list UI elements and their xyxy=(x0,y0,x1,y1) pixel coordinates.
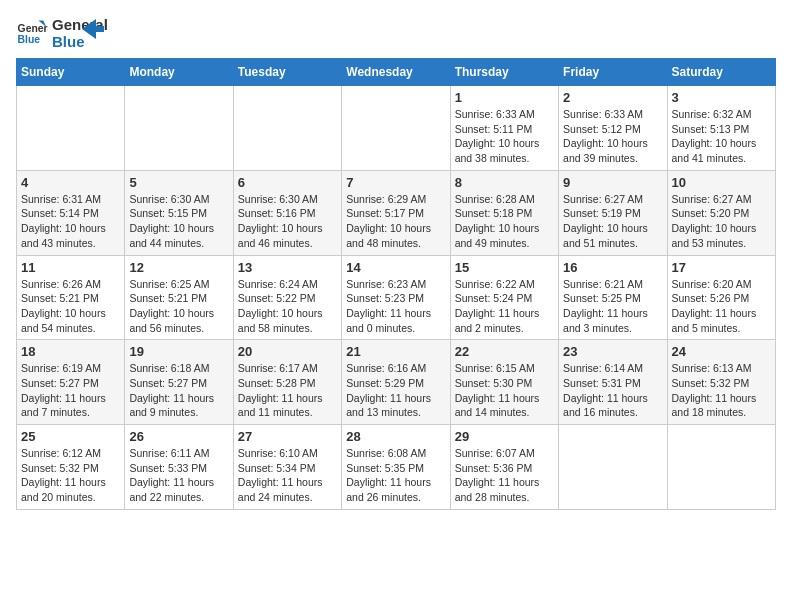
day-number: 13 xyxy=(238,260,337,275)
logo-arrow-icon xyxy=(82,19,104,39)
day-info: Sunrise: 6:11 AM Sunset: 5:33 PM Dayligh… xyxy=(129,446,228,505)
day-number: 16 xyxy=(563,260,662,275)
day-number: 12 xyxy=(129,260,228,275)
calendar-cell: 24Sunrise: 6:13 AM Sunset: 5:32 PM Dayli… xyxy=(667,340,775,425)
day-number: 1 xyxy=(455,90,554,105)
calendar-week-row: 1Sunrise: 6:33 AM Sunset: 5:11 PM Daylig… xyxy=(17,86,776,171)
calendar-cell: 7Sunrise: 6:29 AM Sunset: 5:17 PM Daylig… xyxy=(342,170,450,255)
day-number: 20 xyxy=(238,344,337,359)
day-info: Sunrise: 6:30 AM Sunset: 5:16 PM Dayligh… xyxy=(238,192,337,251)
day-number: 25 xyxy=(21,429,120,444)
calendar-cell: 21Sunrise: 6:16 AM Sunset: 5:29 PM Dayli… xyxy=(342,340,450,425)
day-number: 28 xyxy=(346,429,445,444)
day-info: Sunrise: 6:18 AM Sunset: 5:27 PM Dayligh… xyxy=(129,361,228,420)
calendar-cell: 12Sunrise: 6:25 AM Sunset: 5:21 PM Dayli… xyxy=(125,255,233,340)
day-number: 26 xyxy=(129,429,228,444)
calendar-cell xyxy=(125,86,233,171)
day-info: Sunrise: 6:15 AM Sunset: 5:30 PM Dayligh… xyxy=(455,361,554,420)
calendar-cell xyxy=(559,425,667,510)
day-info: Sunrise: 6:22 AM Sunset: 5:24 PM Dayligh… xyxy=(455,277,554,336)
calendar-header-sunday: Sunday xyxy=(17,59,125,86)
calendar-week-row: 11Sunrise: 6:26 AM Sunset: 5:21 PM Dayli… xyxy=(17,255,776,340)
calendar-cell: 15Sunrise: 6:22 AM Sunset: 5:24 PM Dayli… xyxy=(450,255,558,340)
svg-marker-3 xyxy=(82,19,104,39)
day-number: 21 xyxy=(346,344,445,359)
day-info: Sunrise: 6:25 AM Sunset: 5:21 PM Dayligh… xyxy=(129,277,228,336)
day-info: Sunrise: 6:07 AM Sunset: 5:36 PM Dayligh… xyxy=(455,446,554,505)
calendar-cell: 25Sunrise: 6:12 AM Sunset: 5:32 PM Dayli… xyxy=(17,425,125,510)
day-number: 7 xyxy=(346,175,445,190)
calendar-cell: 4Sunrise: 6:31 AM Sunset: 5:14 PM Daylig… xyxy=(17,170,125,255)
day-info: Sunrise: 6:29 AM Sunset: 5:17 PM Dayligh… xyxy=(346,192,445,251)
svg-text:Blue: Blue xyxy=(18,34,41,45)
day-info: Sunrise: 6:16 AM Sunset: 5:29 PM Dayligh… xyxy=(346,361,445,420)
calendar-header-thursday: Thursday xyxy=(450,59,558,86)
day-number: 9 xyxy=(563,175,662,190)
calendar-header-saturday: Saturday xyxy=(667,59,775,86)
day-number: 24 xyxy=(672,344,771,359)
calendar-cell: 10Sunrise: 6:27 AM Sunset: 5:20 PM Dayli… xyxy=(667,170,775,255)
day-info: Sunrise: 6:26 AM Sunset: 5:21 PM Dayligh… xyxy=(21,277,120,336)
day-info: Sunrise: 6:08 AM Sunset: 5:35 PM Dayligh… xyxy=(346,446,445,505)
day-info: Sunrise: 6:13 AM Sunset: 5:32 PM Dayligh… xyxy=(672,361,771,420)
calendar-cell: 23Sunrise: 6:14 AM Sunset: 5:31 PM Dayli… xyxy=(559,340,667,425)
day-number: 15 xyxy=(455,260,554,275)
logo: General Blue General Blue xyxy=(16,16,104,50)
calendar-cell: 16Sunrise: 6:21 AM Sunset: 5:25 PM Dayli… xyxy=(559,255,667,340)
calendar-cell: 20Sunrise: 6:17 AM Sunset: 5:28 PM Dayli… xyxy=(233,340,341,425)
calendar-cell xyxy=(667,425,775,510)
calendar-cell: 19Sunrise: 6:18 AM Sunset: 5:27 PM Dayli… xyxy=(125,340,233,425)
calendar-cell: 14Sunrise: 6:23 AM Sunset: 5:23 PM Dayli… xyxy=(342,255,450,340)
day-info: Sunrise: 6:27 AM Sunset: 5:20 PM Dayligh… xyxy=(672,192,771,251)
logo-icon: General Blue xyxy=(16,19,48,47)
calendar-cell xyxy=(17,86,125,171)
calendar-table: SundayMondayTuesdayWednesdayThursdayFrid… xyxy=(16,58,776,510)
calendar-cell: 28Sunrise: 6:08 AM Sunset: 5:35 PM Dayli… xyxy=(342,425,450,510)
day-number: 17 xyxy=(672,260,771,275)
day-number: 18 xyxy=(21,344,120,359)
day-info: Sunrise: 6:19 AM Sunset: 5:27 PM Dayligh… xyxy=(21,361,120,420)
calendar-cell: 27Sunrise: 6:10 AM Sunset: 5:34 PM Dayli… xyxy=(233,425,341,510)
day-info: Sunrise: 6:24 AM Sunset: 5:22 PM Dayligh… xyxy=(238,277,337,336)
calendar-cell: 9Sunrise: 6:27 AM Sunset: 5:19 PM Daylig… xyxy=(559,170,667,255)
day-number: 19 xyxy=(129,344,228,359)
calendar-header-tuesday: Tuesday xyxy=(233,59,341,86)
day-number: 2 xyxy=(563,90,662,105)
day-number: 11 xyxy=(21,260,120,275)
day-number: 5 xyxy=(129,175,228,190)
calendar-header-row: SundayMondayTuesdayWednesdayThursdayFrid… xyxy=(17,59,776,86)
day-number: 22 xyxy=(455,344,554,359)
day-info: Sunrise: 6:20 AM Sunset: 5:26 PM Dayligh… xyxy=(672,277,771,336)
day-info: Sunrise: 6:30 AM Sunset: 5:15 PM Dayligh… xyxy=(129,192,228,251)
calendar-cell: 8Sunrise: 6:28 AM Sunset: 5:18 PM Daylig… xyxy=(450,170,558,255)
calendar-cell: 26Sunrise: 6:11 AM Sunset: 5:33 PM Dayli… xyxy=(125,425,233,510)
day-info: Sunrise: 6:31 AM Sunset: 5:14 PM Dayligh… xyxy=(21,192,120,251)
calendar-cell: 2Sunrise: 6:33 AM Sunset: 5:12 PM Daylig… xyxy=(559,86,667,171)
day-number: 4 xyxy=(21,175,120,190)
calendar-cell: 3Sunrise: 6:32 AM Sunset: 5:13 PM Daylig… xyxy=(667,86,775,171)
day-info: Sunrise: 6:12 AM Sunset: 5:32 PM Dayligh… xyxy=(21,446,120,505)
day-info: Sunrise: 6:33 AM Sunset: 5:12 PM Dayligh… xyxy=(563,107,662,166)
calendar-cell: 13Sunrise: 6:24 AM Sunset: 5:22 PM Dayli… xyxy=(233,255,341,340)
calendar-cell: 29Sunrise: 6:07 AM Sunset: 5:36 PM Dayli… xyxy=(450,425,558,510)
calendar-cell: 5Sunrise: 6:30 AM Sunset: 5:15 PM Daylig… xyxy=(125,170,233,255)
day-number: 14 xyxy=(346,260,445,275)
day-number: 6 xyxy=(238,175,337,190)
day-number: 8 xyxy=(455,175,554,190)
day-number: 23 xyxy=(563,344,662,359)
day-info: Sunrise: 6:21 AM Sunset: 5:25 PM Dayligh… xyxy=(563,277,662,336)
day-info: Sunrise: 6:33 AM Sunset: 5:11 PM Dayligh… xyxy=(455,107,554,166)
calendar-cell: 11Sunrise: 6:26 AM Sunset: 5:21 PM Dayli… xyxy=(17,255,125,340)
calendar-header-friday: Friday xyxy=(559,59,667,86)
calendar-cell: 22Sunrise: 6:15 AM Sunset: 5:30 PM Dayli… xyxy=(450,340,558,425)
calendar-header-monday: Monday xyxy=(125,59,233,86)
calendar-cell: 1Sunrise: 6:33 AM Sunset: 5:11 PM Daylig… xyxy=(450,86,558,171)
day-info: Sunrise: 6:32 AM Sunset: 5:13 PM Dayligh… xyxy=(672,107,771,166)
day-info: Sunrise: 6:14 AM Sunset: 5:31 PM Dayligh… xyxy=(563,361,662,420)
calendar-cell: 6Sunrise: 6:30 AM Sunset: 5:16 PM Daylig… xyxy=(233,170,341,255)
calendar-cell xyxy=(233,86,341,171)
calendar-week-row: 18Sunrise: 6:19 AM Sunset: 5:27 PM Dayli… xyxy=(17,340,776,425)
calendar-cell: 17Sunrise: 6:20 AM Sunset: 5:26 PM Dayli… xyxy=(667,255,775,340)
calendar-week-row: 25Sunrise: 6:12 AM Sunset: 5:32 PM Dayli… xyxy=(17,425,776,510)
day-info: Sunrise: 6:27 AM Sunset: 5:19 PM Dayligh… xyxy=(563,192,662,251)
